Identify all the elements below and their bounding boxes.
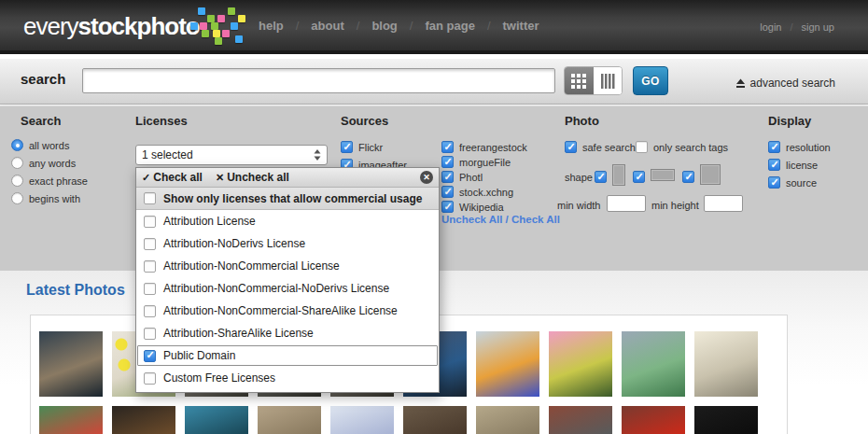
column-view-button[interactable] — [594, 67, 623, 94]
license-option-label[interactable]: Attribution-NoDerivs License — [163, 237, 305, 250]
nav-item-twitter[interactable]: twitter — [503, 19, 539, 33]
min-width-input[interactable] — [607, 195, 646, 212]
source-morguefile[interactable]: morgueFile — [441, 156, 511, 168]
photo-thumbnail[interactable] — [622, 331, 685, 397]
checkbox-label[interactable]: Flickr — [358, 142, 383, 153]
radio-button[interactable] — [11, 139, 23, 151]
license-option-label[interactable]: Public Domain — [163, 349, 235, 362]
photo-thumbnail[interactable] — [622, 406, 685, 434]
go-button[interactable]: GO — [633, 66, 668, 95]
license-option-public-domain[interactable]: Public Domain — [136, 344, 439, 367]
license-option-attribution-sharealike[interactable]: Attribution-ShareAlike License — [136, 322, 439, 344]
nav-item-fan-page[interactable]: fan page — [425, 19, 474, 33]
checkbox[interactable] — [144, 305, 156, 317]
display-resolution-option[interactable]: resolution — [768, 141, 831, 153]
photo-thumbnail[interactable] — [549, 331, 612, 397]
checkbox[interactable] — [441, 201, 454, 213]
checkbox[interactable] — [144, 283, 156, 295]
license-option-label[interactable]: Custom Free Licenses — [163, 371, 275, 385]
photo-thumbnail[interactable] — [258, 406, 321, 434]
shape-portrait-option[interactable] — [595, 171, 607, 183]
checkbox-label[interactable]: Photl — [459, 172, 483, 183]
commercial-usage-filter[interactable]: Show only licenses that allow commercial… — [136, 188, 439, 210]
license-option-custom-free[interactable]: Custom Free Licenses — [136, 367, 439, 389]
license-option-label[interactable]: Attribution-NonCommercial License — [163, 259, 340, 273]
signup-link[interactable]: sign up — [802, 21, 834, 33]
checkbox[interactable] — [768, 141, 780, 153]
search-mode-exact-phrase[interactable]: exact phrase — [11, 175, 88, 187]
uncheck-all-button[interactable]: ✕ Uncheck all — [216, 171, 289, 184]
search-mode-all-words[interactable]: all words — [11, 139, 69, 151]
checkbox-label[interactable]: Show only licenses that allow commercial… — [163, 192, 422, 205]
license-option-label[interactable]: Attribution-NonCommercial-ShareAlike Lic… — [163, 304, 398, 317]
radio-button[interactable] — [11, 175, 23, 187]
checkbox-label[interactable]: safe search — [582, 142, 636, 153]
checkbox[interactable] — [682, 171, 694, 183]
search-input[interactable] — [82, 68, 555, 93]
radio-label[interactable]: begins with — [29, 193, 80, 204]
checkbox-label[interactable]: stock.xchng — [459, 187, 513, 198]
grid-view-button[interactable] — [565, 67, 594, 94]
source-stockxchng[interactable]: stock.xchng — [441, 186, 513, 198]
radio-button[interactable] — [11, 192, 23, 204]
checkbox[interactable] — [636, 141, 648, 153]
sources-uncheck-check-all-links[interactable]: Uncheck All / Check All — [441, 214, 560, 225]
display-license-option[interactable]: license — [768, 159, 818, 171]
source-freerangestock[interactable]: freerangestock — [441, 141, 527, 153]
license-option-label[interactable]: Attribution License — [163, 215, 256, 228]
radio-label[interactable]: all words — [29, 140, 69, 151]
license-option-attribution-noncommercial[interactable]: Attribution-NonCommercial License — [136, 255, 439, 277]
min-height-input[interactable] — [704, 195, 743, 212]
checkbox[interactable] — [441, 186, 454, 198]
license-option-attribution-noncommercial-sharealike[interactable]: Attribution-NonCommercial-ShareAlike Lic… — [136, 300, 439, 322]
radio-button[interactable] — [11, 157, 23, 169]
safe-search-option[interactable]: safe search — [565, 141, 636, 153]
checkbox[interactable] — [633, 171, 645, 183]
display-source-option[interactable]: source — [768, 176, 817, 189]
checkbox[interactable] — [144, 350, 156, 362]
search-mode-any-words[interactable]: any words — [11, 157, 76, 169]
checkbox[interactable] — [144, 260, 156, 273]
advanced-search-link[interactable]: advanced search — [735, 77, 835, 90]
photo-thumbnail[interactable] — [694, 331, 758, 397]
checkbox[interactable] — [441, 141, 454, 153]
checkbox-label[interactable]: freerangestock — [459, 142, 527, 153]
photo-thumbnail[interactable] — [403, 406, 467, 434]
nav-item-help[interactable]: help — [259, 19, 284, 33]
only-search-tags-option[interactable]: only search tags — [636, 141, 728, 153]
checkbox[interactable] — [144, 216, 156, 228]
logo[interactable]: everystockphoto — [23, 12, 200, 41]
photo-thumbnail[interactable] — [476, 331, 539, 397]
checkbox-label[interactable]: license — [786, 160, 818, 171]
source-flickr[interactable]: Flickr — [341, 141, 383, 153]
checkbox[interactable] — [144, 192, 156, 204]
checkbox[interactable] — [144, 372, 156, 385]
photo-thumbnail[interactable] — [694, 406, 758, 434]
nav-item-about[interactable]: about — [311, 19, 343, 33]
checkbox[interactable] — [441, 171, 454, 183]
license-option-label[interactable]: Attribution-ShareAlike License — [163, 327, 314, 340]
photo-thumbnail[interactable] — [39, 331, 103, 397]
checkbox-label[interactable]: only search tags — [653, 142, 728, 153]
photo-thumbnail[interactable] — [549, 406, 612, 434]
shape-square-option[interactable] — [682, 171, 694, 183]
license-option-attribution-noncommercial-noderivs[interactable]: Attribution-NonCommercial-NoDerivs Licen… — [136, 277, 439, 300]
checkbox[interactable] — [768, 159, 780, 171]
checkbox[interactable] — [595, 171, 607, 183]
login-link[interactable]: login — [760, 21, 781, 33]
source-photl[interactable]: Photl — [441, 171, 483, 183]
license-option-attribution-noderivs[interactable]: Attribution-NoDerivs License — [136, 232, 439, 255]
license-option-attribution[interactable]: Attribution License — [136, 210, 439, 232]
radio-label[interactable]: exact phrase — [29, 175, 88, 187]
check-all-button[interactable]: ✓ Check all — [142, 171, 203, 184]
licenses-select[interactable]: 1 selected — [135, 145, 328, 165]
checkbox[interactable] — [144, 328, 156, 340]
photo-thumbnail[interactable] — [39, 406, 103, 434]
checkbox-label[interactable]: morgueFile — [459, 157, 511, 168]
close-icon[interactable]: ✕ — [420, 171, 433, 184]
license-option-label[interactable]: Attribution-NonCommercial-NoDerivs Licen… — [163, 282, 389, 295]
photo-thumbnail[interactable] — [112, 406, 175, 434]
checkbox[interactable] — [441, 156, 454, 168]
shape-landscape-option[interactable] — [633, 171, 645, 183]
radio-label[interactable]: any words — [29, 158, 76, 169]
